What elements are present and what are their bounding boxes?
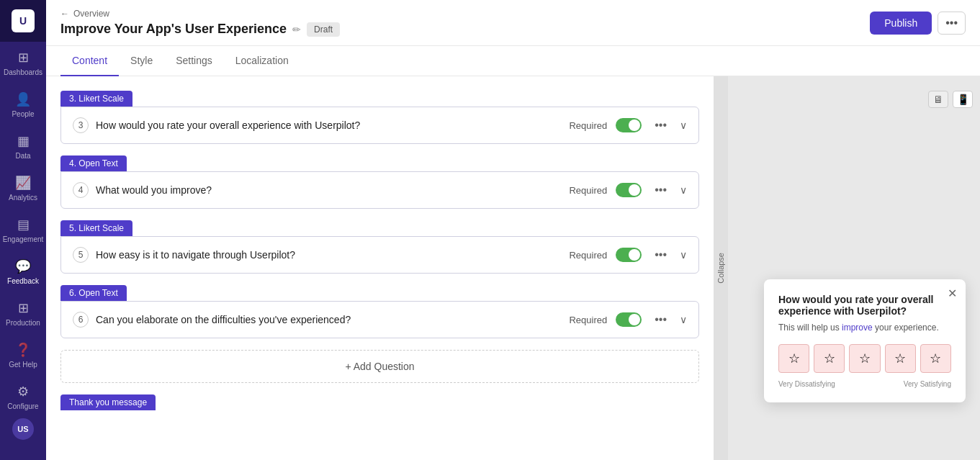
popup-close-button[interactable]: ✕ — [948, 287, 957, 300]
question-right-6: Required ••• ∨ — [569, 312, 687, 328]
publish-button[interactable]: Publish — [870, 12, 932, 35]
breadcrumb-text: Overview — [73, 9, 109, 19]
star-3[interactable]: ☆ — [849, 344, 880, 373]
dots-button-3[interactable]: ••• — [650, 117, 671, 133]
q-text-4: What would you improve? — [96, 184, 212, 196]
subtitle-before: This will help us — [778, 323, 842, 333]
add-question-button[interactable]: + Add Question — [60, 350, 699, 383]
sidebar-item-feedback[interactable]: 💬 Feedback — [0, 251, 46, 293]
tabs-bar: Content Style Settings Localization — [46, 46, 980, 76]
production-icon: ⊞ — [18, 300, 29, 316]
required-toggle-6[interactable] — [616, 312, 642, 327]
question-right-4: Required ••• ∨ — [569, 182, 687, 198]
q-number-4: 4 — [73, 182, 89, 198]
subtitle-highlight: improve — [842, 323, 873, 333]
avatar[interactable]: US — [12, 418, 34, 440]
q-text-5: How easy is it to navigate through Userp… — [96, 249, 295, 261]
sidebar-label-people: People — [12, 110, 34, 118]
collapse-bar[interactable]: Collapse — [714, 76, 728, 460]
stars-labels: Very Dissatisfying Very Satisfying — [778, 380, 951, 388]
sidebar-item-data[interactable]: ▦ Data — [0, 125, 46, 167]
sidebar-label-production: Production — [6, 319, 40, 327]
required-label-6: Required — [569, 315, 607, 325]
collapse-label: Collapse — [716, 253, 725, 284]
survey-popup: ✕ How would you rate your overall experi… — [764, 279, 966, 402]
section-5-label: 5. Likert Scale — [60, 220, 132, 236]
required-label-3: Required — [569, 120, 607, 131]
page-title: Improve Your App's User Experience — [60, 22, 287, 37]
sidebar-item-configure[interactable]: ⚙ Configure — [0, 376, 46, 418]
star-4[interactable]: ☆ — [885, 344, 916, 373]
preview-content: 🖥 📱 ✕ How would you rate your overall ex… — [728, 76, 980, 460]
section-5: 5. Likert Scale 5 How easy is it to navi… — [60, 220, 699, 274]
chevron-button-3[interactable]: ∨ — [680, 119, 687, 131]
question-card-4: 4 What would you improve? Required ••• ∨ — [60, 171, 699, 209]
required-toggle-3[interactable] — [616, 118, 642, 132]
preview-panel: Collapse 🖥 📱 ✕ How would you rate your o… — [714, 76, 980, 460]
star-2[interactable]: ☆ — [814, 344, 845, 373]
analytics-icon: 📈 — [15, 175, 31, 191]
content-area: 3. Likert Scale 3 How would you rate you… — [46, 76, 980, 460]
feedback-icon: 💬 — [15, 258, 31, 274]
q-number-5: 5 — [73, 247, 89, 263]
tab-style[interactable]: Style — [119, 46, 164, 76]
label-left: Very Dissatisfying — [778, 380, 835, 388]
question-left-5: 5 How easy is it to navigate through Use… — [73, 247, 295, 263]
chevron-button-6[interactable]: ∨ — [680, 314, 687, 325]
engagement-icon: ▤ — [17, 217, 30, 233]
section-4: 4. Open Text 4 What would you improve? R… — [60, 155, 699, 209]
configure-icon: ⚙ — [17, 384, 29, 400]
question-left-4: 4 What would you improve? — [73, 182, 212, 198]
thank-you-section: Thank you message — [60, 394, 699, 410]
sidebar-item-production[interactable]: ⊞ Production — [0, 293, 46, 335]
chevron-button-5[interactable]: ∨ — [680, 249, 687, 261]
breadcrumb-arrow: ← — [60, 9, 69, 19]
title-row: Improve Your App's User Experience ✏ Dra… — [60, 22, 340, 37]
dots-button-6[interactable]: ••• — [650, 312, 671, 328]
dashboards-icon: ⊞ — [18, 50, 29, 66]
tab-settings[interactable]: Settings — [164, 46, 224, 76]
breadcrumb[interactable]: ← Overview — [60, 9, 340, 19]
section-3: 3. Likert Scale 3 How would you rate you… — [60, 91, 699, 144]
desktop-preview-button[interactable]: 🖥 — [928, 91, 948, 108]
dots-button-5[interactable]: ••• — [650, 247, 671, 263]
sidebar-label-get-help: Get Help — [9, 361, 37, 369]
chevron-button-4[interactable]: ∨ — [680, 184, 687, 196]
sidebar-label-data: Data — [15, 152, 30, 160]
edit-icon[interactable]: ✏ — [292, 24, 301, 35]
question-right-5: Required ••• ∨ — [569, 247, 687, 263]
header-left: ← Overview Improve Your App's User Exper… — [60, 9, 340, 37]
mobile-preview-button[interactable]: 📱 — [953, 91, 973, 108]
sidebar-label-analytics: Analytics — [9, 194, 37, 202]
section-3-label: 3. Likert Scale — [60, 91, 132, 107]
subtitle-after: your experience. — [873, 323, 939, 333]
popup-title: How would you rate your overall experien… — [778, 294, 951, 317]
q-number-6: 6 — [73, 312, 89, 328]
q-text-3: How would you rate your overall experien… — [96, 119, 360, 131]
sidebar-item-dashboards[interactable]: ⊞ Dashboards — [0, 42, 46, 84]
star-1[interactable]: ☆ — [778, 344, 809, 373]
question-card-6: 6 Can you elaborate on the difficulties … — [60, 301, 699, 338]
required-toggle-4[interactable] — [616, 183, 642, 197]
sidebar-logo: U — [0, 0, 46, 42]
required-label-5: Required — [569, 250, 607, 261]
preview-controls: 🖥 📱 — [928, 91, 973, 108]
required-label-4: Required — [569, 185, 607, 196]
required-toggle-5[interactable] — [616, 248, 642, 262]
draft-badge: Draft — [307, 22, 340, 37]
tab-content[interactable]: Content — [60, 46, 119, 76]
header: ← Overview Improve Your App's User Exper… — [46, 0, 980, 46]
sidebar-item-people[interactable]: 👤 People — [0, 84, 46, 125]
question-left-3: 3 How would you rate your overall experi… — [73, 117, 360, 133]
section-6-label: 6. Open Text — [60, 285, 127, 301]
star-5[interactable]: ☆ — [920, 344, 951, 373]
section-4-label: 4. Open Text — [60, 155, 127, 171]
tab-localization[interactable]: Localization — [224, 46, 300, 76]
dots-button-4[interactable]: ••• — [650, 182, 671, 198]
logo: U — [12, 9, 35, 32]
sidebar-item-get-help[interactable]: ❓ Get Help — [0, 335, 46, 376]
sidebar-item-analytics[interactable]: 📈 Analytics — [0, 167, 46, 209]
sidebar-item-engagement[interactable]: ▤ Engagement — [0, 209, 46, 251]
sidebar-label-dashboards: Dashboards — [4, 68, 42, 76]
more-options-button[interactable]: ••• — [938, 12, 966, 35]
